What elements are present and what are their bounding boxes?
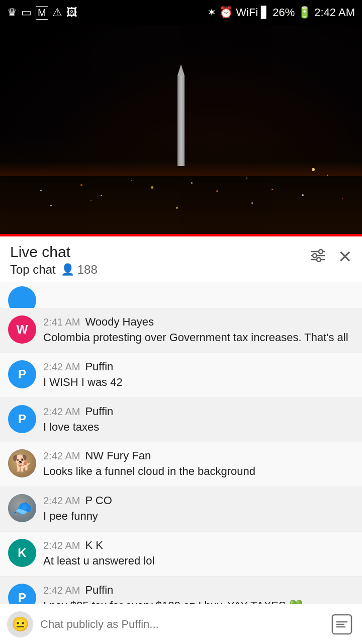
message-time: 2:41 AM bbox=[43, 316, 80, 328]
avatar-initial: W bbox=[17, 323, 28, 337]
avatar-initial: P bbox=[18, 412, 26, 426]
chat-input-bar: 😐 bbox=[0, 604, 362, 644]
message-text: I WISH I was 42 bbox=[43, 376, 123, 388]
signal-icon: ▋ bbox=[261, 6, 269, 19]
emoji-button[interactable]: 😐 bbox=[7, 611, 33, 637]
message-text: Looks like a funnel cloud in the backgro… bbox=[43, 465, 255, 477]
message-author: Puffin bbox=[85, 405, 113, 418]
message-time: 2:42 AM bbox=[43, 406, 80, 418]
avatar bbox=[8, 286, 36, 308]
emoji-icon: 😐 bbox=[12, 616, 29, 632]
list-item: P 2:42 AM Puffin I love taxes bbox=[0, 398, 362, 443]
video-content bbox=[0, 25, 362, 236]
message-author: Puffin bbox=[85, 584, 113, 597]
avatar: P bbox=[8, 360, 36, 388]
message-time: 2:42 AM bbox=[43, 585, 80, 596]
message-content: 2:42 AM Puffin I WISH I was 42 bbox=[43, 360, 354, 390]
bluetooth-icon: ✶ bbox=[207, 6, 216, 19]
message-content: 2:42 AM P CO I pee funny bbox=[43, 494, 354, 524]
list-item: P 2:42 AM Puffin I WISH I was 42 bbox=[0, 353, 362, 398]
message-content: 2:42 AM NW Fury Fan Looks like a funnel … bbox=[43, 449, 354, 479]
list-item: K 2:42 AM K K At least u answered lol bbox=[0, 532, 362, 577]
message-author: K K bbox=[85, 539, 103, 552]
top-chat-row: Top chat 👤 188 bbox=[10, 263, 98, 277]
message-content: 2:41 AM Woody Hayes Colombia protesting … bbox=[43, 315, 354, 346]
message-text: I pee funny bbox=[43, 510, 98, 522]
image-icon: 🖼 bbox=[66, 6, 77, 19]
battery-icon: 🔋 bbox=[298, 6, 311, 19]
message-time: 2:42 AM bbox=[43, 540, 80, 551]
message-author: NW Fury Fan bbox=[85, 449, 151, 462]
live-chat-title: Live chat bbox=[10, 244, 98, 261]
message-meta: 2:42 AM P CO bbox=[43, 494, 354, 507]
avatar: P bbox=[8, 405, 36, 433]
message-author: Puffin bbox=[85, 360, 113, 373]
video-player[interactable] bbox=[0, 25, 362, 236]
status-icons-left: ♛ ▭ M ⚠ 🖼 bbox=[7, 6, 77, 20]
viewer-count-value: 188 bbox=[77, 263, 98, 277]
wifi-icon: WiFi bbox=[236, 6, 258, 19]
filter-icon[interactable] bbox=[310, 248, 326, 266]
avatar-initial: P bbox=[18, 591, 26, 605]
svg-point-3 bbox=[319, 250, 323, 254]
warning-icon: ⚠ bbox=[52, 6, 62, 19]
svg-point-4 bbox=[313, 254, 317, 258]
avatar: 🐕 bbox=[8, 449, 36, 477]
message-time: 2:42 AM bbox=[43, 361, 80, 373]
battery-percent: 26% bbox=[273, 6, 295, 19]
crown-icon: ♛ bbox=[7, 6, 17, 19]
folder-icon: ▭ bbox=[21, 6, 32, 19]
message-author: P CO bbox=[85, 494, 112, 507]
message-meta: 2:41 AM Woody Hayes bbox=[43, 315, 354, 329]
avatar-initial: P bbox=[18, 367, 26, 381]
message-meta: 2:42 AM Puffin bbox=[43, 360, 354, 373]
message-meta: 2:42 AM NW Fury Fan bbox=[43, 449, 354, 462]
avatar-initial: K bbox=[18, 546, 26, 560]
avatar: W bbox=[8, 315, 36, 344]
message-meta: 2:42 AM Puffin bbox=[43, 584, 354, 597]
message-content: 2:42 AM K K At least u answered lol bbox=[43, 539, 354, 569]
list-item: W 2:41 AM Woody Hayes Colombia protestin… bbox=[0, 308, 362, 353]
top-chat-label[interactable]: Top chat bbox=[10, 263, 56, 277]
viewer-count: 👤 188 bbox=[61, 263, 98, 277]
message-content: 2:42 AM Puffin I love taxes bbox=[43, 405, 354, 435]
status-icons-right: ✶ ⏰ WiFi ▋ 26% 🔋 2:42 AM bbox=[207, 6, 355, 19]
list-item: 🧢 2:42 AM P CO I pee funny bbox=[0, 487, 362, 532]
alarm-icon: ⏰ bbox=[219, 6, 233, 19]
message-text: Colombia protesting over Government tax … bbox=[43, 331, 348, 344]
live-chat-header: Live chat Top chat 👤 188 ✕ bbox=[0, 236, 362, 282]
clock: 2:42 AM bbox=[314, 6, 355, 19]
close-icon[interactable]: ✕ bbox=[338, 247, 352, 267]
message-time: 2:42 AM bbox=[43, 495, 80, 507]
avatar: 🧢 bbox=[8, 494, 36, 522]
person-icon: 👤 bbox=[61, 263, 74, 276]
m-icon: M bbox=[36, 6, 48, 20]
message-text: I love taxes bbox=[43, 421, 99, 433]
message-author: Woody Hayes bbox=[85, 315, 154, 329]
message-time: 2:42 AM bbox=[43, 450, 80, 462]
list-item: 🐕 2:42 AM NW Fury Fan Looks like a funne… bbox=[0, 442, 362, 487]
partial-message bbox=[0, 282, 362, 308]
message-meta: 2:42 AM Puffin bbox=[43, 405, 354, 418]
video-progress-bar[interactable] bbox=[0, 234, 362, 236]
message-text: At least u answered lol bbox=[43, 554, 154, 567]
message-meta: 2:42 AM K K bbox=[43, 539, 354, 552]
avatar: K bbox=[8, 539, 36, 567]
status-bar: ♛ ▭ M ⚠ 🖼 ✶ ⏰ WiFi ▋ 26% 🔋 2:42 AM bbox=[0, 0, 362, 25]
svg-point-5 bbox=[317, 258, 321, 262]
header-actions: ✕ bbox=[310, 244, 352, 267]
monument bbox=[177, 64, 185, 166]
send-button[interactable] bbox=[329, 611, 355, 637]
live-chat-title-area: Live chat Top chat 👤 188 bbox=[10, 244, 98, 277]
chat-input[interactable] bbox=[40, 611, 322, 637]
chat-messages-container: W 2:41 AM Woody Hayes Colombia protestin… bbox=[0, 282, 362, 644]
